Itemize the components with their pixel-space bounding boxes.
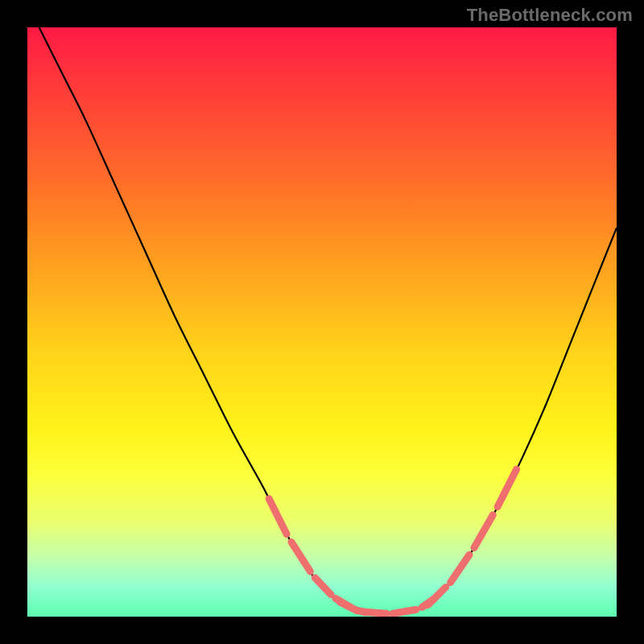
plot-area (27, 27, 617, 617)
dash-segment (474, 515, 493, 548)
dashed-highlight (269, 469, 516, 613)
chart-stage: TheBottleneck.com (0, 0, 644, 644)
dash-segment (269, 499, 287, 535)
curve-layer (27, 27, 617, 617)
dash-segment (315, 578, 331, 595)
dash-segment (393, 609, 416, 613)
dash-segment (428, 587, 446, 605)
dash-segment (497, 469, 517, 507)
dash-segment (451, 555, 469, 582)
dash-segment (291, 542, 311, 572)
watermark-text: TheBottleneck.com (467, 5, 633, 26)
dash-segment (363, 612, 386, 613)
bottleneck-curve (39, 27, 617, 613)
dash-segment (340, 602, 357, 611)
